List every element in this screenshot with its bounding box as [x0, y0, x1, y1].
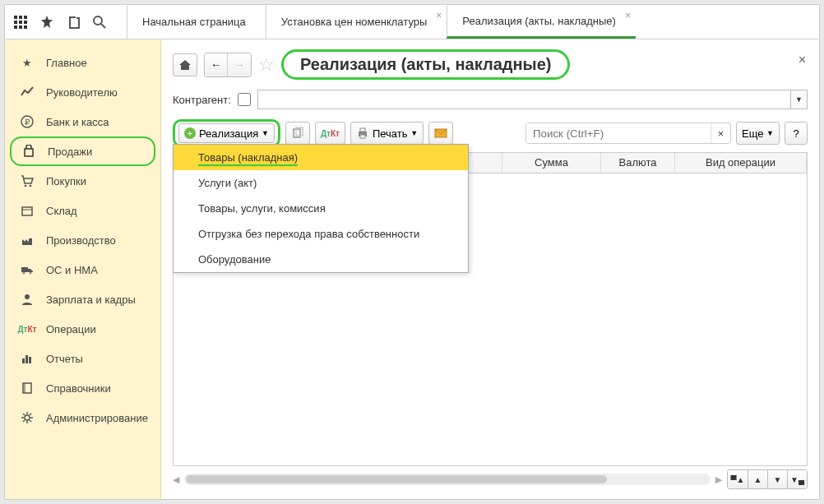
sidebar-item-warehouse[interactable]: Склад: [5, 196, 160, 225]
chevron-down-icon[interactable]: ▼: [790, 90, 807, 109]
star-icon[interactable]: [39, 15, 54, 30]
sidebar-item-sales[interactable]: Продажи: [10, 136, 155, 166]
sidebar-item-label: Продажи: [48, 146, 92, 158]
tab-home[interactable]: Начальная страница: [127, 5, 266, 39]
svg-text:₽: ₽: [25, 118, 30, 127]
copy-button[interactable]: [285, 122, 310, 145]
sidebar-item-assets[interactable]: ОС и НМА: [5, 255, 160, 284]
nav-last-icon[interactable]: ▼▄: [787, 470, 807, 488]
nav-first-icon[interactable]: ▀▲: [728, 470, 748, 488]
bag-icon: [21, 145, 36, 158]
counterparty-field[interactable]: [258, 90, 790, 109]
history-icon[interactable]: [66, 15, 81, 30]
sidebar-item-hr[interactable]: Зарплата и кадры: [5, 284, 160, 314]
apps-icon[interactable]: [13, 15, 28, 30]
chevron-down-icon: ▼: [410, 129, 418, 137]
dropdown-item-shipment[interactable]: Отгрузка без перехода права собственност…: [174, 221, 468, 247]
close-icon[interactable]: ×: [625, 10, 631, 21]
gear-icon: [20, 411, 35, 424]
scroll-right-icon[interactable]: ▶: [715, 474, 722, 485]
nav-up-icon[interactable]: ▲: [748, 470, 767, 488]
dropdown-item-services[interactable]: Услуги (акт): [174, 170, 468, 196]
realize-label: Реализация: [199, 127, 258, 140]
truck-icon: [20, 263, 35, 276]
dropdown-item-label: Товары, услуги, комиссия: [198, 202, 326, 215]
col-currency[interactable]: Валюта: [601, 153, 675, 173]
counterparty-checkbox[interactable]: [238, 93, 251, 106]
search-icon[interactable]: [92, 15, 107, 30]
svg-rect-1: [19, 16, 22, 19]
clear-icon[interactable]: ×: [711, 123, 730, 143]
sidebar-item-references[interactable]: Справочники: [5, 373, 160, 403]
col-sum[interactable]: Сумма: [502, 153, 601, 173]
tab-label: Установка цен номенклатуры: [281, 16, 428, 28]
svg-rect-0: [14, 16, 17, 19]
svg-rect-7: [19, 25, 22, 29]
counterparty-input[interactable]: ▼: [257, 90, 808, 109]
scroll-left-icon[interactable]: ◀: [173, 474, 179, 485]
chevron-down-icon: ▼: [262, 129, 269, 137]
svg-rect-15: [22, 207, 32, 215]
mail-button[interactable]: [428, 122, 453, 145]
ruble-icon: ₽: [20, 115, 35, 128]
scrollbar[interactable]: [184, 474, 711, 485]
tab-label: Начальная страница: [142, 16, 246, 28]
book-icon: [20, 381, 35, 395]
dropdown-item-goods[interactable]: Товары (накладная): [174, 145, 468, 170]
table-nav: ▀▲ ▲ ▼ ▼▄: [727, 469, 808, 489]
sidebar-item-purchases[interactable]: Покупки: [5, 166, 160, 196]
svg-rect-21: [22, 358, 25, 363]
sidebar-item-manager[interactable]: Руководителю: [5, 77, 160, 107]
col-operation[interactable]: Вид операции: [675, 153, 807, 173]
scrollbar-thumb[interactable]: [186, 475, 607, 483]
sidebar-item-label: Зарплата и кадры: [46, 294, 136, 306]
sidebar-item-label: Отчеты: [46, 353, 83, 365]
svg-rect-8: [24, 25, 27, 29]
sidebar-item-operations[interactable]: ДтКтОперации: [5, 314, 160, 344]
print-button[interactable]: Печать ▼: [350, 122, 424, 145]
sidebar-item-label: Банк и касса: [46, 116, 109, 128]
sidebar-item-label: Справочники: [46, 382, 111, 395]
more-button[interactable]: Еще ▼: [736, 122, 780, 145]
sidebar-item-main[interactable]: ★Главное: [5, 48, 160, 77]
dtkt-button[interactable]: ДтКт: [315, 122, 345, 145]
close-icon[interactable]: ×: [799, 53, 806, 67]
sidebar-item-label: Производство: [46, 234, 116, 247]
help-button[interactable]: ?: [785, 122, 808, 145]
sidebar-item-reports[interactable]: Отчеты: [5, 344, 160, 373]
toolbar: +Реализация ▼ ДтКт Печать ▼ × Еще ▼ ? То…: [173, 119, 808, 147]
svg-rect-4: [19, 21, 22, 24]
cart-icon: [20, 174, 35, 187]
tab-sales[interactable]: Реализация (акты, накладные)×: [447, 5, 636, 39]
tabs: Начальная страница Установка цен номенкл…: [127, 5, 819, 39]
sidebar-item-admin[interactable]: Администрирование: [5, 403, 160, 432]
chart-icon: [20, 86, 35, 99]
svg-point-20: [25, 294, 30, 299]
tab-prices[interactable]: Установка цен номенклатуры×: [266, 5, 447, 39]
dtkt-icon: ДтКт: [20, 325, 35, 334]
home-button[interactable]: [173, 53, 197, 76]
page-title: Реализация (акты, накладные): [281, 49, 570, 80]
realize-dropdown-menu: Товары (накладная) Услуги (акт) Товары, …: [173, 144, 469, 273]
tab-label: Реализация (акты, накладные): [462, 15, 616, 27]
dropdown-item-equipment[interactable]: Оборудование: [174, 247, 468, 272]
dropdown-item-label: Услуги (акт): [198, 177, 257, 189]
sidebar: ★Главное Руководителю ₽Банк и касса Прод…: [5, 39, 161, 499]
forward-button[interactable]: →: [228, 53, 251, 76]
print-label: Печать: [373, 127, 408, 140]
favorite-icon[interactable]: ☆: [258, 54, 275, 76]
search-input[interactable]: ×: [525, 123, 731, 144]
svg-rect-23: [29, 357, 31, 363]
back-button[interactable]: ←: [205, 53, 228, 76]
sidebar-item-production[interactable]: Производство: [5, 225, 160, 255]
realize-button[interactable]: +Реализация ▼: [178, 123, 275, 143]
nav-down-icon[interactable]: ▼: [767, 470, 787, 488]
dropdown-item-mixed[interactable]: Товары, услуги, комиссия: [174, 196, 468, 221]
close-icon[interactable]: ×: [436, 10, 442, 21]
search-field[interactable]: [526, 123, 711, 143]
svg-line-10: [101, 24, 105, 28]
svg-point-13: [25, 185, 27, 187]
content: × ← → ☆ Реализация (акты, накладные) Кон…: [161, 39, 819, 499]
svg-point-14: [30, 185, 32, 187]
sidebar-item-bank[interactable]: ₽Банк и касса: [5, 107, 160, 136]
